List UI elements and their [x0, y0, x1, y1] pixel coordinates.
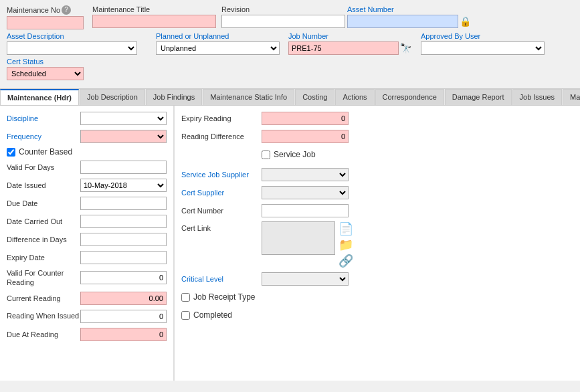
cert-link-label: Cert Link — [181, 224, 262, 232]
critical-level-row: Critical Level — [181, 272, 573, 286]
revision-label: Revision — [221, 5, 342, 13]
job-receipt-type-row: Job Receipt Type — [181, 290, 573, 304]
link-chain-icon[interactable]: 🔗 — [339, 254, 353, 268]
valid-for-counter-input[interactable] — [80, 271, 167, 284]
expiry-reading-row: Expiry Reading — [181, 111, 573, 126]
critical-level-select[interactable] — [262, 272, 349, 286]
tabs-container: Maintenance (Hdr) Job Description Job Fi… — [0, 89, 580, 106]
counter-based-label: Counter Based — [19, 147, 72, 157]
tab-job-description[interactable]: Job Description — [80, 89, 145, 105]
due-date-row: Due Date — [7, 196, 167, 211]
tab-maintenance-tasks[interactable]: Maintenance Tasks — [563, 89, 580, 105]
tab-maintenance-static[interactable]: Maintenance Static Info — [203, 89, 294, 105]
cert-status-label[interactable]: Cert Status — [7, 58, 87, 66]
reading-difference-label: Reading Difference — [181, 132, 262, 140]
service-job-supplier-select[interactable] — [262, 168, 349, 181]
completed-row: Completed — [181, 308, 573, 322]
frequency-select[interactable] — [80, 130, 167, 143]
maintenance-no-input[interactable] — [7, 16, 84, 29]
due-at-reading-label: Due At Reading — [7, 330, 80, 338]
current-reading-row: Current Reading — [7, 291, 167, 306]
reading-when-issued-input[interactable] — [80, 310, 167, 323]
service-job-checkbox[interactable] — [262, 151, 270, 159]
counter-based-checkbox[interactable] — [7, 148, 15, 157]
lock-icon: 🔒 — [460, 16, 471, 27]
job-receipt-type-label: Job Receipt Type — [193, 292, 256, 302]
tab-costing[interactable]: Costing — [295, 89, 334, 105]
valid-for-counter-row: Valid For Counter Reading — [7, 268, 167, 288]
counter-based-row: Counter Based — [7, 147, 167, 157]
tab-job-issues[interactable]: Job Issues — [512, 89, 563, 105]
tab-job-findings[interactable]: Job Findings — [146, 89, 202, 105]
service-job-label: Service Job — [274, 150, 316, 159]
frequency-row: Frequency — [7, 129, 167, 144]
date-carried-out-input[interactable] — [80, 215, 167, 228]
cert-supplier-row: Cert Supplier — [181, 185, 573, 200]
tab-actions[interactable]: Actions — [335, 89, 374, 105]
reading-when-issued-row: Reading When Issued — [7, 309, 167, 324]
due-date-input[interactable] — [80, 197, 167, 210]
cert-link-box[interactable] — [262, 221, 335, 255]
service-job-supplier-row: Service Job Supplier — [181, 167, 573, 182]
valid-for-counter-label: Valid For Counter Reading — [7, 268, 80, 288]
asset-number-label[interactable]: Asset Number — [347, 5, 471, 13]
frequency-label[interactable]: Frequency — [7, 132, 80, 140]
asset-description-label[interactable]: Asset Description — [7, 32, 140, 40]
cert-number-row: Cert Number — [181, 203, 573, 218]
tab-correspondence[interactable]: Correspondence — [375, 89, 444, 105]
document-icon[interactable]: 📄 — [339, 221, 353, 236]
date-carried-out-row: Date Carried Out — [7, 214, 167, 229]
discipline-select[interactable] — [80, 112, 167, 125]
date-issued-select[interactable]: 10-May-2018 — [80, 179, 167, 192]
date-issued-row: Date Issued 10-May-2018 — [7, 178, 167, 193]
right-panel: Expiry Reading Reading Difference Servic… — [175, 106, 580, 381]
asset-number-input[interactable] — [347, 15, 458, 28]
completed-label: Completed — [193, 310, 232, 320]
main-content: Discipline Frequency Counter Based Valid — [0, 106, 580, 381]
cert-supplier-label[interactable]: Cert Supplier — [181, 189, 262, 197]
expiry-date-input[interactable] — [80, 251, 167, 264]
tab-damage-report[interactable]: Damage Report — [445, 89, 512, 105]
folder-icon[interactable]: 📁 — [339, 237, 353, 252]
cert-number-input[interactable] — [262, 204, 349, 217]
expiry-reading-input[interactable] — [262, 112, 349, 125]
cert-supplier-select[interactable] — [262, 186, 349, 199]
asset-description-select[interactable] — [7, 41, 137, 55]
valid-for-days-input[interactable] — [80, 161, 167, 174]
approved-by-select[interactable] — [421, 41, 545, 55]
due-at-reading-input[interactable] — [80, 328, 167, 341]
service-job-row: Service Job — [181, 147, 573, 162]
expiry-reading-label: Expiry Reading — [181, 114, 262, 122]
job-number-label[interactable]: Job Number — [288, 32, 412, 40]
completed-checkbox[interactable] — [181, 311, 190, 320]
planned-label[interactable]: Planned or Unplanned — [156, 32, 280, 40]
due-date-label: Due Date — [7, 199, 80, 207]
reading-difference-row: Reading Difference — [181, 129, 573, 144]
difference-in-days-row: Difference in Days — [7, 232, 167, 247]
cert-status-select[interactable]: Scheduled Completed Pending Cancelled — [7, 67, 84, 80]
maintenance-title-label: Maintenance Title — [92, 5, 216, 13]
planned-select[interactable]: Unplanned Planned — [156, 41, 280, 55]
job-receipt-type-checkbox[interactable] — [181, 293, 190, 302]
due-at-reading-row: Due At Reading — [7, 327, 167, 342]
job-number-input[interactable] — [288, 41, 399, 55]
expiry-date-row: Expiry Date — [7, 250, 167, 265]
help-icon[interactable]: ? — [62, 5, 71, 15]
date-carried-out-label: Date Carried Out — [7, 217, 80, 225]
current-reading-label: Current Reading — [7, 294, 80, 302]
cert-link-icons: 📄 📁 🔗 — [339, 221, 353, 268]
difference-in-days-input[interactable] — [80, 233, 167, 246]
valid-for-days-row: Valid For Days — [7, 160, 167, 175]
service-job-supplier-label[interactable]: Service Job Supplier — [181, 171, 262, 179]
reading-difference-input[interactable] — [262, 130, 349, 143]
reading-when-issued-label: Reading When Issued — [7, 311, 80, 320]
discipline-label[interactable]: Discipline — [7, 114, 80, 122]
maintenance-title-input[interactable] — [92, 15, 216, 28]
approved-by-label[interactable]: Approved By User — [421, 32, 545, 40]
binoculars-icon[interactable]: 🔭 — [400, 43, 411, 54]
revision-input[interactable] — [221, 15, 345, 28]
critical-level-label[interactable]: Critical Level — [181, 275, 262, 283]
current-reading-input[interactable] — [80, 292, 167, 305]
tab-maintenance-hdr[interactable]: Maintenance (Hdr) — [0, 89, 79, 105]
valid-for-days-label: Valid For Days — [7, 163, 80, 171]
